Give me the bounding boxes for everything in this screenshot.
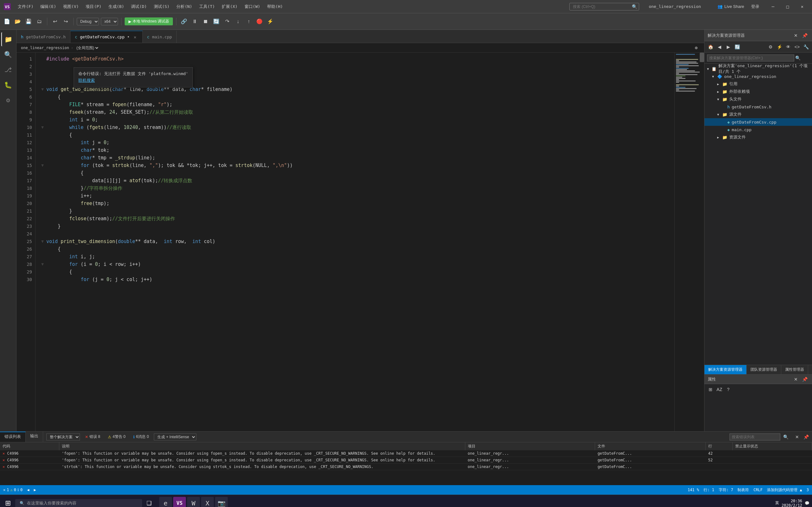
el-tab-errors[interactable]: 错误列表 [0,432,26,442]
step-into-button[interactable]: ↓ [234,17,242,26]
se-settings-button[interactable]: ⚙ [766,43,774,51]
activity-debug[interactable]: 🐛 [1,78,15,92]
undo-button[interactable]: ↩ [50,17,59,26]
fold-btn-25[interactable]: ▽ [40,239,45,244]
tree-resource-files[interactable]: ▶ 📁 资源文件 [705,133,812,141]
title-search-input[interactable] [569,3,639,10]
error-filter-button[interactable]: ✕ 错误 8 [83,433,103,441]
save-all-button[interactable]: 🗂 [35,17,44,26]
taskbar-excel-icon[interactable]: X [201,497,214,507]
menu-build[interactable]: 生成(B) [105,3,127,11]
redo-button[interactable]: ↪ [61,17,70,26]
breadcrumb-project[interactable]: one_linear_regression [21,46,69,50]
warning-filter-button[interactable]: ⚠ 4警告 0 [105,433,128,441]
tree-getdatefromcsv-cpp[interactable]: ◆ getDateFromCsv.cpp [705,118,812,126]
menu-tools[interactable]: 工具(T) [196,3,218,11]
step-out-button[interactable]: ↑ [244,17,253,26]
fold-btn-5[interactable]: ▽ [40,87,45,92]
se-back-button[interactable]: ◀ [715,43,723,51]
error-search-input[interactable] [729,434,780,441]
menu-window[interactable]: 窗口(W) [241,3,263,11]
code-editor[interactable]: 1 2 3 4 5 6 7 8 9 10 11 12 13 14 15 16 1… [16,53,704,431]
activity-explorer[interactable]: 📁 [1,32,15,46]
pause-button[interactable]: ⏸ [190,17,199,26]
taskbar-vs-icon[interactable]: VS [173,497,186,507]
menu-view[interactable]: 视图(V) [60,3,82,11]
taskbar-word-icon[interactable]: W [187,497,200,507]
save-button[interactable]: 💾 [24,17,33,26]
se-pin-button[interactable]: 📌 [801,32,809,40]
menu-analyze[interactable]: 分析(N) [173,3,195,11]
tree-references[interactable]: ▶ 📁 引用 [705,80,812,88]
fold-btn-15[interactable]: ▽ [40,163,45,168]
activity-git[interactable]: ⎇ [1,63,15,77]
solution-search-input[interactable] [707,55,794,61]
props-alpha-button[interactable]: AZ [715,385,723,394]
code-content[interactable]: #include <getDateFromCsv.h> 命令行错误: 无法打开 … [36,53,674,431]
open-file-button[interactable]: 📂 [13,17,22,26]
debug-config-dropdown[interactable]: Debug [77,18,99,25]
start-button[interactable]: ⊞ [3,498,13,507]
error-search-button[interactable]: 🔍 [781,433,790,441]
error-panel-pin-button[interactable]: 📌 [802,433,810,441]
menu-edit[interactable]: 编辑(E) [37,3,59,11]
props-help-button[interactable]: ? [724,385,732,394]
tab-main-cpp[interactable]: c main.cpp [143,31,177,43]
tab-getdatefromcsv-cpp[interactable]: c getDateFromCsv.cpp • ✕ [70,31,143,43]
col-project[interactable]: 项目 [465,442,595,450]
status-nav-next[interactable]: ▶ [34,488,36,492]
error-panel-close-button[interactable]: ✕ [793,433,801,441]
sol-tab-explorer[interactable]: 解决方案资源管理器 [705,365,747,374]
menu-project[interactable]: 项目(P) [83,3,104,11]
col-suppress[interactable]: 禁止显示状态 [733,442,812,450]
taskbar-edge-icon[interactable]: e [159,497,172,507]
el-tab-output[interactable]: 输出 [26,432,43,442]
sol-tab-team[interactable]: 团队资源管理器 [747,365,781,374]
se-home-button[interactable]: 🏠 [706,43,715,51]
props-close-button[interactable]: ✕ [792,375,800,383]
status-errors[interactable]: ✕ 1 ⚠ 0 ℹ 0 [3,488,22,492]
platform-dropdown[interactable]: x64 [101,18,118,25]
activity-search[interactable]: 🔍 [1,48,15,61]
se-search-button[interactable]: 🔍 [794,54,802,62]
col-description[interactable]: 说明 [59,442,465,450]
status-source-control[interactable]: 添加到源代码管理 ▲ [767,487,802,493]
taskbar-clock[interactable]: 20:36 2020/2/12 [781,499,802,507]
props-categories-button[interactable]: ⊞ [706,385,715,394]
tree-ext-deps[interactable]: ▶ 📁 外部依赖项 [705,88,812,95]
info-filter-button[interactable]: ℹ 6消息 0 [131,433,152,441]
stop-button[interactable]: ⏹ [201,17,210,26]
expand-button[interactable]: ⊕ [693,44,700,51]
tab-getdatefromcsv-h[interactable]: h getDateFromCsv.h [16,31,70,43]
taskbar-misc-icon[interactable]: 📷 [215,497,228,507]
task-view-button[interactable]: ❑ [144,498,154,507]
sol-tab-props[interactable]: 属性管理器 [781,365,808,374]
status-char[interactable]: 字符: 7 [719,487,733,493]
taskbar-search[interactable]: 🔍 在这里输入你要搜索的内容 [15,499,142,507]
error-row-3[interactable]: ✕ C4996 'strtok': This function or varia… [0,464,812,470]
col-file[interactable]: 文件 [595,442,706,450]
status-position[interactable]: 行: 1 [704,487,714,493]
se-tool-button[interactable]: 🔧 [802,43,810,51]
activity-extensions[interactable]: ⚙ [1,93,15,107]
fold-btn-28[interactable]: ▽ [40,262,45,267]
scope-dropdown[interactable]: (全局范围) [75,45,99,50]
status-notifications[interactable]: 3 [807,487,809,493]
se-filter-button[interactable]: ⚡ [775,43,783,51]
build-filter-dropdown[interactable]: 生成 + IntelliSense [154,434,196,441]
se-forward-button[interactable]: ▶ [724,43,732,51]
next-error-button[interactable]: ⚡ [266,17,275,26]
se-preview-button[interactable]: 👁 [784,43,792,51]
menu-extensions[interactable]: 扩展(X) [218,3,241,11]
breakpoint-button[interactable]: 🔴 [255,17,264,26]
error-online-link[interactable]: 联机搜索 [78,78,95,83]
scope-filter-dropdown[interactable]: 整个解决方案 [46,434,80,441]
run-button[interactable]: ▶ 本地 Windows 调试器 [125,17,173,25]
tree-getdatefromcsv-h[interactable]: h getDateFromCsv.h [705,103,812,111]
col-code[interactable]: 代码 [0,442,59,450]
status-zoom[interactable]: 141 % [688,487,699,493]
taskbar-lang[interactable]: 英 [775,500,779,506]
col-line[interactable]: 行 [706,442,733,450]
taskbar-notification-icon[interactable]: 💬 [805,501,809,505]
status-nav-prev[interactable]: ◀ [27,488,29,492]
